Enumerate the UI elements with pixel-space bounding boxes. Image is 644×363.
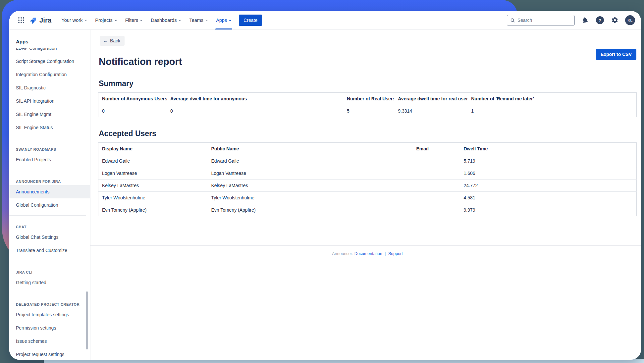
cell-email	[412, 204, 460, 216]
cell-display-name: Edward Gaile	[98, 155, 208, 167]
global-search[interactable]	[507, 15, 575, 26]
footer-prefix: Announcer:	[332, 251, 353, 256]
cell-display-name: Evn Tomeny (Appfire)	[98, 204, 208, 216]
user-avatar[interactable]: KL	[625, 15, 635, 25]
support-link[interactable]: Support	[388, 251, 403, 256]
sidebar-item-enabled-projects[interactable]: Enabled Projects	[9, 153, 90, 166]
accepted-users-heading: Accepted Users	[99, 129, 637, 138]
page-title: Notification report	[99, 56, 637, 67]
sidebar-section-delegated-project-creator: DELEGATED PROJECT CREATOR	[9, 297, 90, 308]
sidebar-item-getting-started[interactable]: Getting started	[9, 276, 90, 289]
top-navbar: Jira Your work Projects Filters Dashboar…	[9, 11, 641, 30]
nav-filters[interactable]: Filters	[121, 11, 147, 29]
settings-button[interactable]	[610, 16, 619, 25]
column-header: Public Name	[207, 143, 412, 155]
main-content: ← Back Export to CSV Notification report…	[90, 30, 641, 360]
cell-email	[412, 155, 460, 167]
back-button[interactable]: ← Back	[100, 36, 125, 46]
table-row: Tyler Woolstenhulme Tyler Woolstenhulme …	[98, 192, 637, 204]
sidebar-item-sil-engine-mgmt[interactable]: SIL Engine Mgmt	[9, 108, 90, 121]
search-icon	[510, 18, 515, 23]
column-header: Average dwell time for anonymous	[167, 93, 343, 105]
gear-icon	[611, 17, 618, 24]
cell-display-name: Tyler Woolstenhulme	[98, 192, 208, 204]
cell-dwell-time: 9.979	[460, 204, 636, 216]
sidebar-item-project-templates-settings[interactable]: Project templates settings	[9, 308, 90, 321]
content-footer: Announcer: Documentation | Support	[98, 251, 637, 256]
summary-remind-me-later: 1	[467, 105, 636, 117]
sidebar-divider	[9, 261, 86, 261]
cell-dwell-time: 24.772	[460, 180, 636, 192]
cell-email	[412, 180, 460, 192]
table-row: Kelsey LaMastres Kelsey LaMastres 24.772	[98, 180, 637, 192]
nav-your-work[interactable]: Your work	[57, 11, 91, 29]
sidebar-section-chat: CHAT	[9, 219, 90, 231]
sidebar-item-project-request-settings[interactable]: Project request settings	[9, 348, 90, 359]
column-header: Average dwell time for real users	[394, 93, 467, 105]
sidebar-item-global-configuration[interactable]: Global Configuration	[9, 198, 90, 212]
chevron-down-icon	[205, 19, 208, 22]
app-grid-icon	[18, 17, 25, 24]
summary-heading: Summary	[99, 79, 637, 88]
apps-sidebar: Apps LDAP Configuration Script Storage C…	[9, 30, 90, 360]
notifications-button[interactable]	[580, 16, 590, 25]
sidebar-item-global-chat-settings[interactable]: Global Chat Settings	[9, 231, 90, 244]
chevron-down-icon	[84, 19, 87, 22]
nav-dashboards[interactable]: Dashboards	[147, 11, 185, 29]
sidebar-scrollbar[interactable]	[86, 291, 88, 349]
cell-public-name: Kelsey LaMastres	[207, 180, 412, 192]
jira-logo-text: Jira	[39, 17, 51, 24]
cell-public-name: Tyler Woolstenhulme	[207, 192, 412, 204]
cell-email	[412, 167, 460, 180]
sidebar-item-integration-configuration[interactable]: Integration Configuration	[9, 68, 90, 81]
column-header: Number of 'Remind me later'	[467, 93, 636, 105]
export-to-csv-button[interactable]: Export to CSV	[596, 49, 636, 60]
table-row: Edward Gaile Edward Gaile 5.719	[98, 155, 637, 167]
sidebar-heading: Apps	[9, 30, 90, 48]
content-footer-divider	[90, 245, 641, 246]
back-arrow-icon: ←	[103, 38, 108, 43]
help-icon: ?	[596, 16, 604, 24]
sidebar-item-translate-and-customize[interactable]: Translate and Customize	[9, 244, 90, 257]
sidebar-section-swanly-roadmaps: SWANLY ROADMAPS	[9, 142, 90, 153]
summary-values-row: 0 0 5 9.3314 1	[98, 105, 637, 117]
jira-logo-icon	[29, 16, 37, 25]
navbar-right-cluster: ? KL	[507, 15, 635, 26]
documentation-link[interactable]: Documentation	[354, 251, 382, 256]
bell-icon	[580, 16, 590, 25]
help-button[interactable]: ?	[595, 16, 605, 25]
footer-separator: |	[385, 251, 386, 256]
sidebar-divider	[9, 215, 86, 216]
chevron-down-icon	[114, 19, 117, 22]
cell-dwell-time: 1.606	[460, 167, 636, 180]
cell-dwell-time: 5.719	[460, 155, 636, 167]
sidebar-item-sil-api-integration[interactable]: SIL API Integration	[9, 94, 90, 108]
nav-projects[interactable]: Projects	[91, 11, 121, 29]
sidebar-item-sil-diagnostic[interactable]: SIL Diagnostic	[9, 81, 90, 94]
accepted-users-header-row: Display Name Public Name Email Dwell Tim…	[98, 143, 637, 155]
summary-anonymous-users: 0	[98, 105, 167, 117]
summary-avg-dwell-real: 9.3314	[394, 105, 467, 117]
sidebar-item-announcements[interactable]: Announcements	[9, 185, 90, 198]
column-header: Dwell Time	[460, 143, 636, 155]
nav-teams[interactable]: Teams	[185, 11, 212, 29]
summary-table: Number of Anonymous Users Average dwell …	[98, 92, 637, 117]
cell-public-name: Logan Vantrease	[207, 167, 412, 180]
jira-logo[interactable]: Jira	[29, 16, 51, 25]
sidebar-scroll-area[interactable]: LDAP Configuration Script Storage Config…	[9, 48, 90, 359]
nav-apps[interactable]: Apps	[212, 11, 236, 29]
search-input[interactable]	[517, 18, 571, 23]
accepted-users-table: Display Name Public Name Email Dwell Tim…	[98, 142, 637, 216]
sidebar-item-script-storage-configuration[interactable]: Script Storage Configuration	[9, 55, 90, 68]
sidebar-item-issue-schemes[interactable]: Issue schemes	[9, 335, 90, 348]
sidebar-item-sil-engine-status[interactable]: SIL Engine Status	[9, 121, 90, 134]
sidebar-item-permission-settings[interactable]: Permission settings	[9, 321, 90, 335]
sidebar-divider	[9, 170, 86, 170]
sidebar-item-ldap-configuration[interactable]: LDAP Configuration	[9, 48, 90, 55]
sidebar-divider	[9, 138, 86, 138]
chevron-down-icon	[229, 19, 232, 22]
app-switcher-button[interactable]	[16, 15, 27, 26]
cell-dwell-time: 4.581	[460, 192, 636, 204]
create-button[interactable]: Create	[239, 15, 262, 26]
column-header: Number of Real Users	[343, 93, 394, 105]
